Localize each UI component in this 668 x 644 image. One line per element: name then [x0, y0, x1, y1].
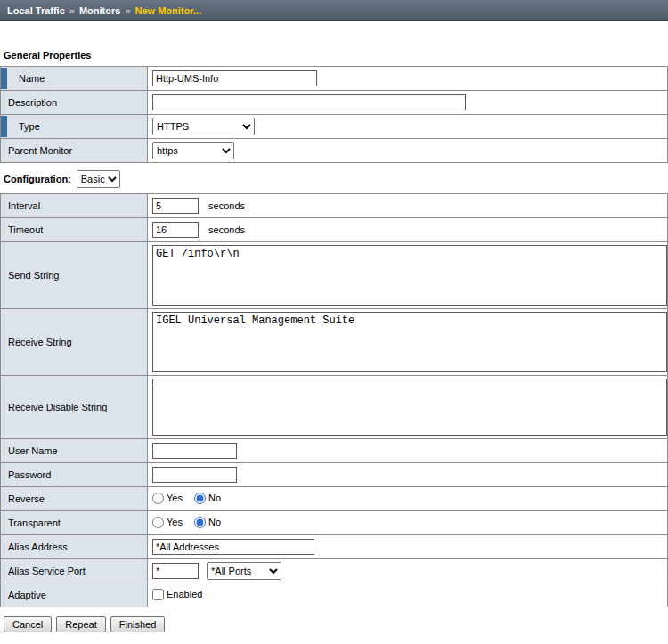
interval-label-cell: Interval	[1, 194, 148, 218]
receive-disable-string-value-cell	[148, 376, 668, 439]
table-row: User Name	[1, 439, 668, 463]
user-name-value-cell	[148, 439, 668, 463]
table-row: Reverse Yes No	[1, 487, 668, 511]
description-input[interactable]	[152, 94, 466, 110]
user-name-input[interactable]	[152, 443, 237, 459]
timeout-input[interactable]	[152, 222, 199, 238]
name-input[interactable]	[152, 70, 317, 86]
breadcrumb-separator: »	[69, 5, 75, 16]
table-row: Alias Address	[1, 535, 668, 559]
breadcrumb-current-page: New Monitor...	[135, 5, 202, 16]
receive-string-label-cell: Receive String	[1, 309, 148, 376]
name-label: Name	[19, 73, 45, 84]
configuration-label: Configuration:	[4, 174, 71, 184]
alias-service-port-value-cell: *All Ports	[148, 559, 668, 583]
reverse-no-radio[interactable]	[194, 493, 206, 504]
parent-monitor-label-cell: Parent Monitor	[1, 139, 148, 163]
transparent-label: Transparent	[8, 518, 61, 528]
receive-disable-string-label: Receive Disable String	[8, 402, 107, 412]
table-row: Description	[1, 91, 668, 115]
page: Local Traffic » Monitors » New Monitor..…	[0, 0, 668, 632]
breadcrumb-local-traffic[interactable]: Local Traffic	[7, 5, 65, 16]
receive-string-textarea[interactable]: IGEL Universal Management Suite	[152, 312, 667, 372]
transparent-no-label: No	[208, 517, 221, 527]
type-select[interactable]: HTTPS	[152, 118, 255, 135]
type-value-cell: HTTPS	[148, 115, 668, 139]
description-label: Description	[8, 97, 57, 108]
table-row: Type HTTPS	[1, 115, 668, 139]
repeat-button[interactable]: Repeat	[56, 616, 105, 632]
interval-input[interactable]	[152, 198, 199, 214]
table-row: Transparent Yes No	[1, 511, 668, 535]
table-row: Password	[1, 463, 668, 487]
reverse-yes-radio[interactable]	[152, 493, 164, 504]
configuration-mode-row: Configuration: Basic	[4, 170, 668, 188]
send-string-textarea[interactable]: GET /info\r\n	[152, 245, 667, 306]
alias-address-input[interactable]	[152, 539, 314, 555]
adaptive-label: Adaptive	[8, 590, 46, 600]
transparent-yes-radio[interactable]	[152, 517, 164, 528]
alias-address-label: Alias Address	[8, 542, 68, 552]
required-marker	[1, 116, 7, 137]
adaptive-value-cell: Enabled	[148, 583, 668, 607]
name-label-cell: Name	[1, 67, 148, 91]
adaptive-checkbox-label: Enabled	[167, 589, 202, 599]
table-row: Send String GET /info\r\n	[1, 242, 668, 309]
user-name-label: User Name	[8, 445, 58, 456]
table-row: Receive String IGEL Universal Management…	[1, 309, 668, 376]
cancel-button[interactable]: Cancel	[4, 616, 52, 632]
alias-address-label-cell: Alias Address	[1, 535, 148, 559]
receive-disable-string-label-cell: Receive Disable String	[1, 376, 148, 439]
transparent-yes-label: Yes	[167, 517, 183, 527]
table-row: Parent Monitor https	[1, 139, 668, 163]
timeout-label-cell: Timeout	[1, 218, 148, 242]
alias-service-port-label: Alias Service Port	[8, 566, 86, 576]
parent-monitor-select[interactable]: https	[152, 142, 234, 159]
user-name-label-cell: User Name	[1, 439, 148, 463]
table-row: Alias Service Port *All Ports	[1, 559, 668, 583]
table-row: Interval seconds	[1, 194, 668, 218]
timeout-value-cell: seconds	[148, 218, 668, 242]
adaptive-checkbox[interactable]	[152, 589, 164, 600]
transparent-label-cell: Transparent	[1, 511, 148, 535]
interval-value-cell: seconds	[148, 194, 668, 218]
table-row: Adaptive Enabled	[1, 583, 668, 607]
table-row: Name	[1, 67, 668, 91]
password-value-cell	[148, 463, 668, 487]
button-row: Cancel Repeat Finished	[4, 616, 668, 632]
parent-monitor-label: Parent Monitor	[8, 145, 72, 156]
reverse-label: Reverse	[8, 493, 45, 504]
interval-label: Interval	[8, 200, 40, 211]
send-string-label: Send String	[8, 270, 59, 281]
description-value-cell	[148, 91, 668, 115]
type-label-cell: Type	[1, 115, 148, 139]
receive-string-label: Receive String	[8, 337, 72, 347]
type-label: Type	[19, 121, 40, 132]
breadcrumb: Local Traffic » Monitors » New Monitor..…	[0, 0, 668, 21]
reverse-yes-label: Yes	[167, 493, 183, 503]
table-row: Timeout seconds	[1, 218, 668, 242]
table-row: Receive Disable String	[1, 376, 668, 439]
parent-monitor-value-cell: https	[148, 139, 668, 163]
reverse-value-cell: Yes No	[148, 487, 668, 511]
breadcrumb-separator: »	[125, 5, 130, 16]
send-string-label-cell: Send String	[1, 242, 148, 309]
name-value-cell	[148, 67, 668, 91]
configuration-table: Interval seconds Timeout seconds Send St…	[0, 193, 668, 607]
breadcrumb-monitors[interactable]: Monitors	[79, 5, 120, 16]
required-marker	[1, 68, 7, 89]
password-input[interactable]	[152, 467, 237, 483]
alias-service-port-input[interactable]	[152, 563, 199, 579]
transparent-no-radio[interactable]	[194, 517, 206, 528]
interval-suffix: seconds	[208, 200, 245, 211]
receive-disable-string-textarea[interactable]	[152, 379, 667, 436]
finished-button[interactable]: Finished	[110, 616, 166, 632]
general-properties-heading: General Properties	[4, 50, 668, 61]
configuration-mode-select[interactable]: Basic	[77, 170, 120, 188]
alias-service-port-select[interactable]: *All Ports	[207, 562, 281, 580]
alias-address-value-cell	[148, 535, 668, 559]
receive-string-value-cell: IGEL Universal Management Suite	[148, 309, 668, 376]
reverse-no-label: No	[208, 493, 221, 503]
send-string-value-cell: GET /info\r\n	[148, 242, 668, 309]
description-label-cell: Description	[1, 91, 148, 115]
